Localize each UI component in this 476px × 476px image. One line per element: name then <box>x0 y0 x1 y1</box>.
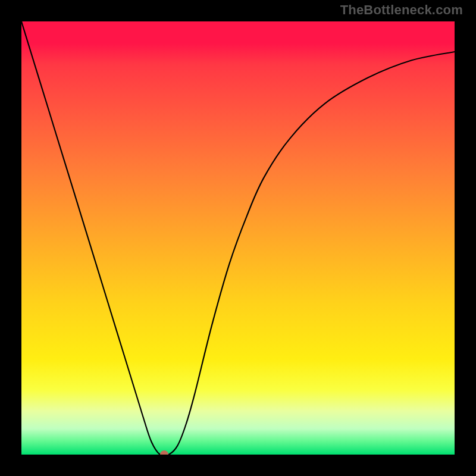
chart-curve-path <box>21 21 455 455</box>
chart-marker-dot <box>160 450 168 455</box>
chart-plot-area <box>21 21 455 455</box>
chart-curve-svg <box>21 21 455 455</box>
watermark-text: TheBottleneck.com <box>340 2 463 18</box>
